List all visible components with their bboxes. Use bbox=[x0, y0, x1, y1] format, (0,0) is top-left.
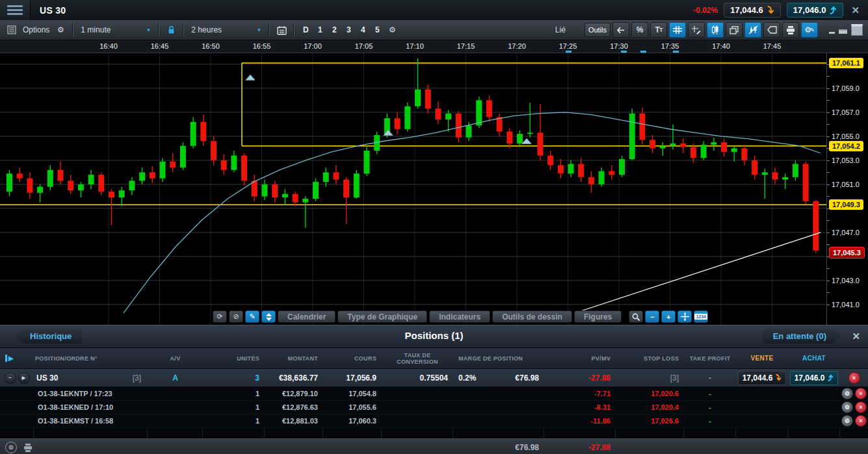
col-taux[interactable]: TAUX DE CONVERSION bbox=[382, 348, 453, 368]
col-achat[interactable]: ACHAT bbox=[788, 348, 840, 368]
order-row[interactable]: O1-38-1EKNTP / 17:231€12,879.1017,054.8-… bbox=[0, 387, 868, 401]
period-button-3[interactable]: 3 bbox=[342, 23, 355, 37]
chart-tab-figures[interactable]: Figures bbox=[574, 310, 622, 323]
settings-gear-icon[interactable]: ⚙ bbox=[53, 23, 68, 37]
edit-order-button[interactable]: ⚙ bbox=[841, 415, 853, 427]
period-settings-gear-icon[interactable]: ⚙ bbox=[384, 23, 400, 37]
col-vente[interactable]: VENTE bbox=[736, 348, 788, 368]
col-unites[interactable]: UNITÉS bbox=[203, 348, 265, 368]
values-display-icon[interactable]: 1234 bbox=[694, 310, 708, 323]
time-tick: 16:40 bbox=[99, 42, 118, 50]
sort-updown-icon[interactable] bbox=[261, 310, 276, 323]
candle-body bbox=[701, 145, 707, 158]
collapse-panel-icon[interactable]: ▶ bbox=[0, 348, 34, 368]
sell-price-button[interactable]: 17,044.6 bbox=[724, 3, 781, 18]
chart-settings-gear-edit-icon[interactable]: ⚙✎ bbox=[801, 22, 818, 38]
zoom-in-icon[interactable]: + bbox=[661, 310, 676, 323]
zoom-out-icon[interactable]: − bbox=[645, 310, 659, 323]
chart-tab-type-de-graphique[interactable]: Type de Graphique bbox=[337, 310, 427, 323]
candle-body bbox=[650, 140, 655, 148]
price-axis[interactable]: 17,059.017,057.017,055.017,053.017,051.0… bbox=[826, 53, 868, 325]
print-icon[interactable] bbox=[23, 444, 33, 452]
pending-orders-tab-button[interactable]: En attente (0) bbox=[763, 329, 841, 344]
lock-icon[interactable] bbox=[163, 23, 179, 37]
maximize-icon[interactable] bbox=[851, 24, 863, 36]
position-pnl: -27.88 bbox=[544, 369, 616, 386]
time-tick: 17:15 bbox=[457, 42, 475, 50]
panel-settings-gear-icon[interactable]: ⚙ bbox=[5, 442, 17, 453]
price-chart[interactable]: 17,059.017,057.017,055.017,053.017,051.0… bbox=[0, 53, 868, 325]
undo-arrow-icon[interactable] bbox=[612, 22, 629, 38]
total-pnl: -27.88 bbox=[544, 443, 616, 452]
chart-tab-outils-de-dessin[interactable]: Outils de dessin bbox=[492, 310, 572, 323]
reset-chart-icon[interactable]: ⟳ bbox=[213, 310, 227, 323]
period-button-2[interactable]: 2 bbox=[328, 23, 341, 37]
edit-order-button[interactable]: ⚙ bbox=[841, 388, 853, 399]
grid-toggle-icon[interactable] bbox=[669, 22, 686, 38]
window-close-icon[interactable]: ✕ bbox=[849, 5, 861, 16]
change-percent: -0.02% bbox=[693, 6, 718, 15]
time-tick: 17:00 bbox=[304, 42, 322, 50]
col-cours[interactable]: COURS bbox=[323, 348, 382, 368]
panel-close-icon[interactable]: ✕ bbox=[852, 331, 860, 342]
col-av[interactable]: A/V bbox=[148, 348, 203, 368]
range-dropdown[interactable]: 2 heures▼ bbox=[188, 22, 265, 38]
col-pvmv[interactable]: PV/MV bbox=[544, 348, 616, 368]
disable-drawing-icon[interactable]: ⊘ bbox=[229, 310, 243, 323]
chart-tab-indicateurs[interactable]: Indicateurs bbox=[429, 310, 490, 323]
expand-position-button[interactable]: ▶ bbox=[18, 372, 30, 384]
period-button-1[interactable]: 1 bbox=[313, 23, 326, 37]
hilo-indicator-icon[interactable] bbox=[744, 22, 761, 38]
period-button-4[interactable]: 4 bbox=[356, 23, 369, 37]
collapse-position-button[interactable]: − bbox=[5, 372, 16, 384]
candle-body bbox=[109, 192, 114, 197]
calendar-icon[interactable] bbox=[274, 23, 289, 37]
tools-dropdown[interactable]: Outils bbox=[585, 23, 611, 37]
candle-body bbox=[354, 173, 360, 197]
draw-crosshair-icon[interactable] bbox=[688, 22, 705, 38]
close-order-button[interactable]: × bbox=[855, 388, 867, 399]
candle-body bbox=[609, 171, 614, 175]
close-order-button[interactable]: × bbox=[855, 415, 867, 427]
col-takeprofit[interactable]: TAKE PROFIT bbox=[684, 348, 736, 368]
period-button-D[interactable]: D bbox=[299, 23, 312, 37]
layout-windows-icon[interactable] bbox=[726, 22, 743, 38]
period-button-5[interactable]: 5 bbox=[371, 23, 384, 37]
close-position-button[interactable]: × bbox=[848, 372, 860, 384]
percent-scale-icon[interactable]: % bbox=[631, 22, 648, 38]
options-button[interactable]: Options bbox=[20, 22, 53, 38]
collapse-icon[interactable] bbox=[839, 29, 847, 34]
chart-tab-calendrier[interactable]: Calendrier bbox=[278, 310, 335, 323]
hamburger-menu-button[interactable] bbox=[0, 0, 31, 20]
position-row-us30[interactable]: − ▶ US 30 [3] A 3 €38,636.77 17,056.9 0.… bbox=[0, 369, 868, 387]
callout-shape-icon[interactable] bbox=[763, 22, 780, 38]
draw-pencil-icon[interactable]: ✎ bbox=[245, 310, 259, 323]
row-sell-button[interactable]: 17,044.6 bbox=[738, 371, 787, 385]
printer-icon[interactable] bbox=[782, 22, 799, 38]
buy-price-button[interactable]: 17,046.0 bbox=[787, 3, 844, 18]
col-position-ordre[interactable]: POSITION/ORDRE N° bbox=[34, 348, 148, 368]
zoom-search-icon[interactable] bbox=[629, 310, 643, 323]
crosshair-cursor-icon[interactable] bbox=[677, 310, 692, 323]
minimize-icon[interactable] bbox=[829, 32, 835, 34]
close-order-button[interactable]: × bbox=[855, 401, 867, 413]
edit-order-button[interactable]: ⚙ bbox=[841, 401, 853, 413]
time-tick: 17:45 bbox=[763, 42, 782, 50]
col-montant[interactable]: MONTANT bbox=[265, 348, 323, 368]
order-row[interactable]: O1-38-1EKMST / 16:581€12,881.0317,060.3-… bbox=[0, 414, 868, 428]
price-tick bbox=[827, 76, 830, 77]
candle-body bbox=[782, 177, 788, 180]
order-row[interactable]: O1-38-1EKNED / 17:101€12,876.6317,055.6-… bbox=[0, 401, 868, 414]
options-list-icon[interactable] bbox=[4, 23, 20, 37]
col-marge[interactable]: MARGE DE POSITION bbox=[453, 348, 544, 368]
text-size-icon[interactable]: TT bbox=[650, 22, 667, 38]
row-buy-button[interactable]: 17,046.0 bbox=[790, 371, 839, 385]
time-axis[interactable]: 16:4016:4516:5016:5517:0017:0517:1017:15… bbox=[0, 40, 868, 53]
candlestick-chart[interactable] bbox=[0, 53, 826, 325]
col-stoploss[interactable]: STOP LOSS bbox=[616, 348, 684, 368]
candlestick-type-icon[interactable] bbox=[707, 22, 724, 38]
order-stop-loss: 17,020.4 bbox=[616, 401, 684, 414]
time-tick: 17:05 bbox=[355, 42, 373, 50]
interval-dropdown[interactable]: 1 minute▼ bbox=[77, 22, 154, 38]
order-units: 1 bbox=[203, 401, 265, 414]
